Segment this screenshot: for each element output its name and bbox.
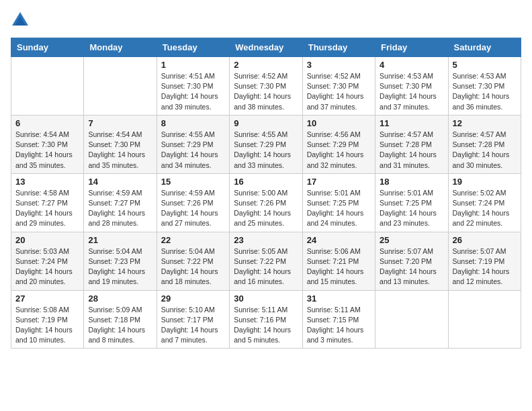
day-info: Sunrise: 5:04 AM Sunset: 7:22 PM Dayligh… xyxy=(161,246,225,287)
day-info: Sunrise: 5:02 AM Sunset: 7:24 PM Dayligh… xyxy=(453,188,517,229)
calendar-cell: 4Sunrise: 4:53 AM Sunset: 7:30 PM Daylig… xyxy=(375,57,448,116)
calendar-cell xyxy=(375,290,448,349)
calendar-cell xyxy=(448,290,521,349)
day-number: 1 xyxy=(161,60,225,70)
day-info: Sunrise: 4:55 AM Sunset: 7:29 PM Dayligh… xyxy=(234,130,298,171)
calendar-cell: 18Sunrise: 5:01 AM Sunset: 7:25 PM Dayli… xyxy=(375,173,448,232)
day-of-week-header: Monday xyxy=(84,38,157,57)
day-number: 19 xyxy=(453,177,517,187)
calendar-cell: 5Sunrise: 4:53 AM Sunset: 7:30 PM Daylig… xyxy=(448,57,521,116)
calendar-cell: 25Sunrise: 5:07 AM Sunset: 7:20 PM Dayli… xyxy=(375,232,448,290)
day-of-week-header: Tuesday xyxy=(157,38,229,57)
calendar-cell: 9Sunrise: 4:55 AM Sunset: 7:29 PM Daylig… xyxy=(230,115,302,173)
day-info: Sunrise: 5:07 AM Sunset: 7:19 PM Dayligh… xyxy=(453,246,517,287)
calendar-cell: 30Sunrise: 5:11 AM Sunset: 7:16 PM Dayli… xyxy=(230,290,302,349)
day-info: Sunrise: 5:01 AM Sunset: 7:25 PM Dayligh… xyxy=(380,188,443,229)
day-number: 14 xyxy=(88,177,152,187)
calendar-cell: 14Sunrise: 4:59 AM Sunset: 7:27 PM Dayli… xyxy=(84,173,157,232)
calendar-cell: 31Sunrise: 5:11 AM Sunset: 7:15 PM Dayli… xyxy=(302,290,375,349)
header-row: SundayMondayTuesdayWednesdayThursdayFrid… xyxy=(11,38,521,57)
calendar-cell: 28Sunrise: 5:09 AM Sunset: 7:18 PM Dayli… xyxy=(84,290,157,349)
day-of-week-header: Saturday xyxy=(448,38,521,57)
calendar-week-row: 27Sunrise: 5:08 AM Sunset: 7:19 PM Dayli… xyxy=(11,290,521,349)
day-info: Sunrise: 4:52 AM Sunset: 7:30 PM Dayligh… xyxy=(234,71,298,112)
day-info: Sunrise: 4:53 AM Sunset: 7:30 PM Dayligh… xyxy=(453,71,517,112)
day-number: 16 xyxy=(234,177,298,187)
day-number: 21 xyxy=(88,235,152,245)
day-number: 3 xyxy=(307,60,371,70)
day-info: Sunrise: 4:51 AM Sunset: 7:30 PM Dayligh… xyxy=(161,71,225,112)
day-info: Sunrise: 4:59 AM Sunset: 7:26 PM Dayligh… xyxy=(161,188,225,229)
calendar-cell: 17Sunrise: 5:01 AM Sunset: 7:25 PM Dayli… xyxy=(302,173,375,232)
calendar-cell: 8Sunrise: 4:55 AM Sunset: 7:29 PM Daylig… xyxy=(157,115,229,173)
calendar-cell: 12Sunrise: 4:57 AM Sunset: 7:28 PM Dayli… xyxy=(448,115,521,173)
day-info: Sunrise: 5:10 AM Sunset: 7:17 PM Dayligh… xyxy=(161,305,225,346)
calendar-cell: 6Sunrise: 4:54 AM Sunset: 7:30 PM Daylig… xyxy=(11,115,84,173)
calendar-cell: 13Sunrise: 4:58 AM Sunset: 7:27 PM Dayli… xyxy=(11,173,84,232)
day-info: Sunrise: 4:54 AM Sunset: 7:30 PM Dayligh… xyxy=(88,130,152,171)
calendar-cell: 16Sunrise: 5:00 AM Sunset: 7:26 PM Dayli… xyxy=(230,173,302,232)
day-info: Sunrise: 4:58 AM Sunset: 7:27 PM Dayligh… xyxy=(15,188,79,229)
calendar-week-row: 6Sunrise: 4:54 AM Sunset: 7:30 PM Daylig… xyxy=(11,115,521,173)
day-info: Sunrise: 4:56 AM Sunset: 7:29 PM Dayligh… xyxy=(307,130,371,171)
day-number: 27 xyxy=(15,293,79,304)
day-info: Sunrise: 4:52 AM Sunset: 7:30 PM Dayligh… xyxy=(307,71,371,112)
calendar-cell: 15Sunrise: 4:59 AM Sunset: 7:26 PM Dayli… xyxy=(157,173,229,232)
day-info: Sunrise: 5:08 AM Sunset: 7:19 PM Dayligh… xyxy=(15,305,79,346)
day-info: Sunrise: 5:11 AM Sunset: 7:16 PM Dayligh… xyxy=(234,305,298,346)
calendar-cell: 3Sunrise: 4:52 AM Sunset: 7:30 PM Daylig… xyxy=(302,57,375,116)
day-number: 2 xyxy=(234,60,298,70)
calendar-cell: 26Sunrise: 5:07 AM Sunset: 7:19 PM Dayli… xyxy=(448,232,521,290)
day-number: 29 xyxy=(161,293,225,304)
calendar-cell: 2Sunrise: 4:52 AM Sunset: 7:30 PM Daylig… xyxy=(230,57,302,116)
day-info: Sunrise: 5:11 AM Sunset: 7:15 PM Dayligh… xyxy=(307,305,371,346)
calendar-cell: 24Sunrise: 5:06 AM Sunset: 7:21 PM Dayli… xyxy=(302,232,375,290)
day-info: Sunrise: 5:04 AM Sunset: 7:23 PM Dayligh… xyxy=(88,246,152,287)
day-of-week-header: Wednesday xyxy=(230,38,302,57)
day-number: 18 xyxy=(380,177,443,187)
calendar-week-row: 13Sunrise: 4:58 AM Sunset: 7:27 PM Dayli… xyxy=(11,173,521,232)
day-number: 22 xyxy=(161,235,225,245)
day-number: 23 xyxy=(234,235,298,245)
day-info: Sunrise: 5:07 AM Sunset: 7:20 PM Dayligh… xyxy=(380,246,443,287)
page-header xyxy=(11,11,521,30)
day-info: Sunrise: 5:05 AM Sunset: 7:22 PM Dayligh… xyxy=(234,246,298,287)
day-number: 17 xyxy=(307,177,371,187)
calendar: SundayMondayTuesdayWednesdayThursdayFrid… xyxy=(11,38,521,349)
calendar-week-row: 1Sunrise: 4:51 AM Sunset: 7:30 PM Daylig… xyxy=(11,57,521,116)
calendar-cell: 22Sunrise: 5:04 AM Sunset: 7:22 PM Dayli… xyxy=(157,232,229,290)
day-number: 20 xyxy=(15,235,79,245)
calendar-cell xyxy=(11,57,84,116)
day-number: 13 xyxy=(15,177,79,187)
day-number: 31 xyxy=(307,293,371,304)
calendar-body: 1Sunrise: 4:51 AM Sunset: 7:30 PM Daylig… xyxy=(11,57,521,349)
calendar-cell: 29Sunrise: 5:10 AM Sunset: 7:17 PM Dayli… xyxy=(157,290,229,349)
calendar-cell: 10Sunrise: 4:56 AM Sunset: 7:29 PM Dayli… xyxy=(302,115,375,173)
calendar-cell: 20Sunrise: 5:03 AM Sunset: 7:24 PM Dayli… xyxy=(11,232,84,290)
day-number: 28 xyxy=(88,293,152,304)
day-number: 8 xyxy=(161,118,225,128)
day-number: 7 xyxy=(88,118,152,128)
calendar-cell: 23Sunrise: 5:05 AM Sunset: 7:22 PM Dayli… xyxy=(230,232,302,290)
calendar-week-row: 20Sunrise: 5:03 AM Sunset: 7:24 PM Dayli… xyxy=(11,232,521,290)
calendar-cell: 21Sunrise: 5:04 AM Sunset: 7:23 PM Dayli… xyxy=(84,232,157,290)
day-info: Sunrise: 5:01 AM Sunset: 7:25 PM Dayligh… xyxy=(307,188,371,229)
day-number: 12 xyxy=(453,118,517,128)
day-number: 24 xyxy=(307,235,371,245)
day-number: 6 xyxy=(15,118,79,128)
day-info: Sunrise: 4:57 AM Sunset: 7:28 PM Dayligh… xyxy=(380,130,443,171)
day-number: 30 xyxy=(234,293,298,304)
calendar-cell: 1Sunrise: 4:51 AM Sunset: 7:30 PM Daylig… xyxy=(157,57,229,116)
day-info: Sunrise: 4:59 AM Sunset: 7:27 PM Dayligh… xyxy=(88,188,152,229)
calendar-cell: 7Sunrise: 4:54 AM Sunset: 7:30 PM Daylig… xyxy=(84,115,157,173)
day-number: 25 xyxy=(380,235,443,245)
day-of-week-header: Friday xyxy=(375,38,448,57)
calendar-header: SundayMondayTuesdayWednesdayThursdayFrid… xyxy=(11,38,521,57)
day-info: Sunrise: 5:06 AM Sunset: 7:21 PM Dayligh… xyxy=(307,246,371,287)
day-of-week-header: Thursday xyxy=(302,38,375,57)
day-info: Sunrise: 4:53 AM Sunset: 7:30 PM Dayligh… xyxy=(380,71,443,112)
day-info: Sunrise: 4:54 AM Sunset: 7:30 PM Dayligh… xyxy=(15,130,79,171)
day-info: Sunrise: 5:09 AM Sunset: 7:18 PM Dayligh… xyxy=(88,305,152,346)
day-number: 11 xyxy=(380,118,443,128)
day-number: 9 xyxy=(234,118,298,128)
